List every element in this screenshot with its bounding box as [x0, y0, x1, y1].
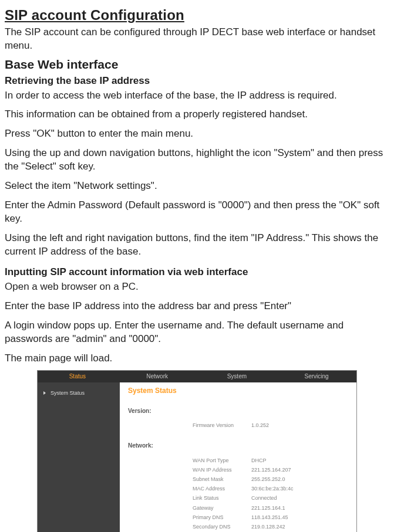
page-title: SIP account Configuration	[5, 6, 389, 25]
tab-network[interactable]: Network	[117, 371, 197, 382]
value: 219.0.128.242	[251, 523, 285, 530]
paragraph: Using the left and right navigation butt…	[5, 232, 389, 259]
intro-text: The SIP account can be configured throug…	[5, 26, 389, 53]
screenshot-sidebar: System Status	[38, 382, 120, 532]
screenshot-main: System Status Version: Firmware Version …	[120, 382, 356, 532]
embedded-screenshot: Status Network System Servicing System S…	[37, 370, 357, 532]
label: Primary DNS	[193, 514, 251, 521]
heading-base-web: Base Web interface	[5, 56, 389, 73]
value: 221.125.164.207	[251, 466, 291, 473]
paragraph: Press "OK" button to enter the main menu…	[5, 127, 389, 141]
row-primary-dns: Primary DNS 118.143.251.45	[193, 513, 348, 522]
paragraph: This information can be obtained from a …	[5, 108, 389, 121]
heading-retrieve-ip: Retrieving the base IP address	[5, 74, 389, 88]
value: 255.255.252.0	[251, 476, 285, 483]
label: WAN IP Address	[193, 466, 251, 473]
value: 118.143.251.45	[251, 514, 288, 521]
paragraph: Enter the base IP address into the addre…	[5, 300, 389, 313]
label: Firmware Version	[193, 422, 251, 429]
section-label-version: Version:	[128, 407, 348, 415]
paragraph: A login window pops up. Enter the userna…	[5, 319, 389, 346]
paragraph: Using the up and down navigation buttons…	[5, 147, 389, 174]
value: 1.0.252	[251, 422, 269, 429]
label: MAC Address	[193, 485, 251, 492]
label: Secondary DNS	[193, 523, 251, 530]
screenshot-main-title: System Status	[128, 382, 348, 404]
label: Subnet Mask	[193, 476, 251, 483]
row-mac-address: MAC Address 30:6c:be:2a:3b:4c	[193, 484, 348, 493]
label: WAN Port Type	[193, 457, 251, 464]
sidebar-item-label: System Status	[50, 389, 85, 397]
value: 221.125.164.1	[251, 504, 285, 511]
row-secondary-dns: Secondary DNS 219.0.128.242	[193, 522, 348, 531]
paragraph: Select the item "Network settings".	[5, 179, 389, 193]
value: Connected	[251, 494, 277, 501]
row-gateway: Gateway 221.125.164.1	[193, 503, 348, 513]
value: DHCP	[251, 457, 267, 464]
screenshot-topnav: Status Network System Servicing	[38, 371, 356, 382]
row-link-status: Link Status Connected	[193, 493, 348, 503]
tab-servicing[interactable]: Servicing	[277, 371, 356, 382]
section-label-network: Network:	[128, 442, 348, 450]
tab-system[interactable]: System	[197, 371, 277, 382]
row-firmware-version: Firmware Version 1.0.252	[193, 421, 348, 430]
row-wan-ip-address: WAN IP Address 221.125.164.207	[193, 465, 348, 475]
value: 30:6c:be:2a:3b:4c	[251, 485, 294, 492]
row-wan-port-type: WAN Port Type DHCP	[193, 456, 348, 465]
paragraph: Enter the Admin Password (Default passwo…	[5, 199, 389, 226]
label: Gateway	[193, 504, 251, 511]
sidebar-item-system-status[interactable]: System Status	[38, 387, 120, 399]
paragraph: In order to access the web interface of …	[5, 89, 389, 103]
paragraph: The main page will load.	[5, 352, 389, 365]
label: Link Status	[193, 494, 251, 501]
paragraph: Open a web browser on a PC.	[5, 280, 389, 294]
chevron-right-icon	[43, 391, 46, 395]
tab-status[interactable]: Status	[38, 371, 117, 382]
row-subnet-mask: Subnet Mask 255.255.252.0	[193, 475, 348, 484]
heading-input-sip: Inputting SIP account information via we…	[5, 266, 389, 279]
